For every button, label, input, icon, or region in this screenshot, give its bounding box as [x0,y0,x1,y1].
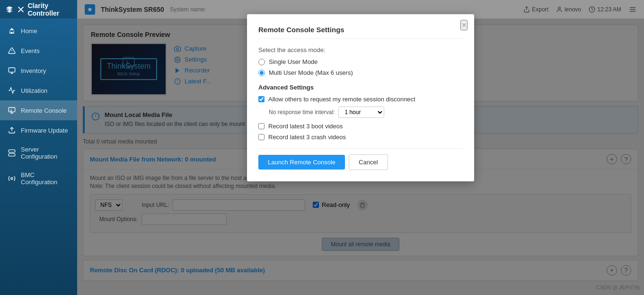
no-response-select[interactable]: 30 minutes 1 hour 2 hours Never [338,107,384,118]
sidebar-item-events-label: Events [21,47,40,54]
no-response-label: No response time interval: [269,109,335,116]
cancel-button[interactable]: Cancel [349,154,388,170]
events-icon [8,46,16,55]
svg-rect-3 [9,68,15,72]
access-mode-label: Select the access mode: [258,46,463,54]
sidebar-item-bmc-label: BMC Configuration [21,171,70,186]
sidebar-item-firmware-label: Firmware Update [21,127,68,134]
sidebar-item-home[interactable]: Home [0,21,77,41]
home-icon [8,27,16,35]
sidebar-item-bmc[interactable]: BMC Configuration [0,166,77,191]
record-crash-label: Record latest 3 crash videos [268,134,346,141]
record-boot-option[interactable]: Record latest 3 boot videos [258,123,463,130]
modal-title: Remote Console Settings [258,26,463,39]
x-logo-icon [17,5,25,14]
multi-user-option[interactable]: Multi User Mode (Max 6 users) [258,69,463,76]
single-user-option[interactable]: Single User Mode [258,58,463,65]
allow-disconnect-label: Allow others to request my remote sessio… [268,96,415,103]
utilization-icon [8,86,16,95]
sidebar-item-firmware[interactable]: Firmware Update [0,120,77,140]
advanced-title: Advanced Settings [258,84,463,91]
sidebar-item-utilization[interactable]: Utilization [0,80,77,100]
firmware-icon [8,126,16,134]
svg-rect-6 [9,150,15,152]
access-mode-radio-group: Single User Mode Multi User Mode (Max 6 … [258,58,463,76]
sidebar-item-utilization-label: Utilization [21,87,47,94]
remote-console-settings-modal: × Remote Console Settings Select the acc… [247,14,474,181]
no-response-row: No response time interval: 30 minutes 1 … [269,107,463,118]
sidebar-item-events[interactable]: Events [0,41,77,61]
sidebar-item-server-config-label: Server Configuration [21,146,70,160]
svg-rect-7 [9,153,15,156]
app-container: X Clarity Controller Home Events [0,0,644,295]
record-boot-label: Record latest 3 boot videos [268,123,343,130]
launch-remote-console-button[interactable]: Launch Remote Console [258,155,345,170]
sidebar-item-inventory-label: Inventory [21,67,46,74]
sidebar-item-inventory[interactable]: Inventory [0,61,77,80]
svg-point-10 [11,178,13,179]
modal-backdrop: × Remote Console Settings Select the acc… [77,0,644,295]
svg-rect-4 [9,107,15,112]
advanced-settings: Advanced Settings Allow others to reques… [258,84,463,141]
sidebar-logo: X Clarity Controller [0,0,77,18]
sidebar: X Clarity Controller Home Events [0,0,77,295]
svg-text:X: X [6,8,8,10]
modal-close-button[interactable]: × [460,20,468,30]
app-title: Clarity Controller [27,2,71,17]
multi-user-radio[interactable] [258,70,265,76]
allow-disconnect-option[interactable]: Allow others to request my remote sessio… [258,96,463,103]
allow-disconnect-checkbox[interactable] [258,96,265,102]
modal-footer: Launch Remote Console Cancel [258,148,463,170]
record-crash-option[interactable]: Record latest 3 crash videos [258,134,463,141]
sidebar-item-remote-console[interactable]: Remote Console [0,100,77,120]
sidebar-item-home-label: Home [21,27,37,35]
record-crash-checkbox[interactable] [258,134,265,140]
sidebar-item-server-config[interactable]: Server Configuration [0,140,77,166]
inventory-icon [8,66,16,75]
record-boot-checkbox[interactable] [258,123,265,129]
sidebar-nav: Home Events Inventory Util [0,18,77,295]
sidebar-item-remote-console-label: Remote Console [21,107,67,114]
server-config-icon [8,149,16,157]
remote-console-icon [8,106,16,115]
multi-user-label: Multi User Mode (Max 6 users) [269,69,353,76]
single-user-radio[interactable] [258,59,265,65]
bmc-icon [8,174,16,183]
logo-icon: X [6,5,13,14]
single-user-label: Single User Mode [269,58,318,65]
main-content: ThinkSystem SR650 System name: Export le… [77,0,644,295]
